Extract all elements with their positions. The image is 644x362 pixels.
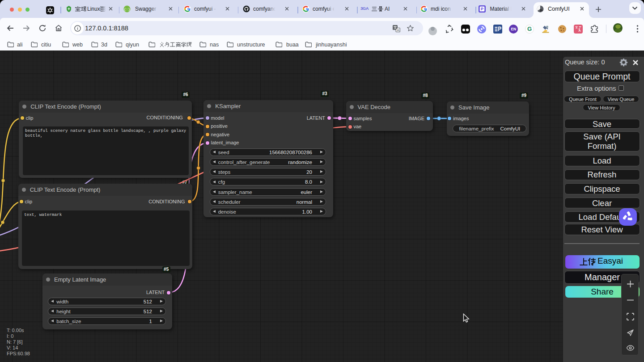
- svg-text:{:}: {:}: [124, 7, 130, 11]
- svg-text:A: A: [397, 28, 399, 32]
- svg-text:P: P: [481, 7, 483, 11]
